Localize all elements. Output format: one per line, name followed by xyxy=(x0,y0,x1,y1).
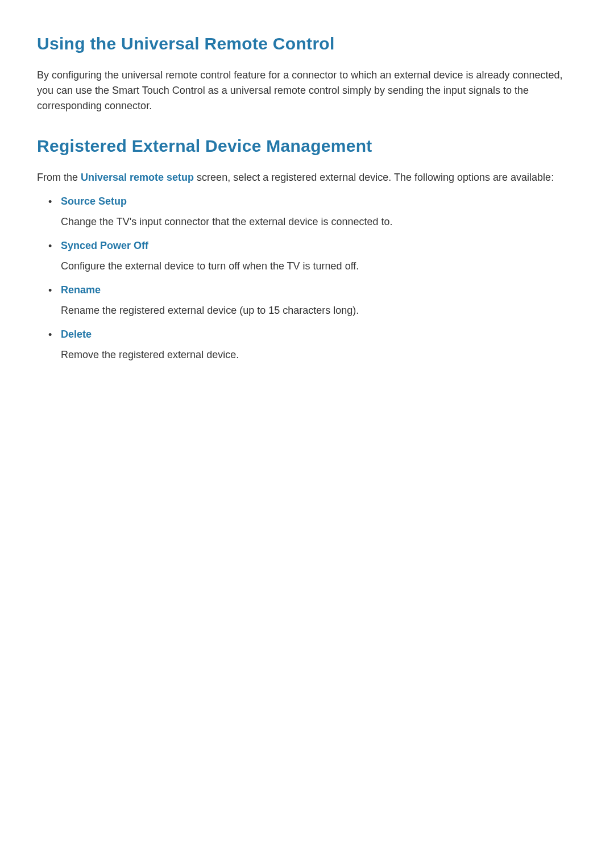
section2-intro: From the Universal remote setup screen, … xyxy=(37,170,580,185)
list-item: Rename Rename the registered external de… xyxy=(48,284,580,318)
section1-heading: Using the Universal Remote Control xyxy=(37,34,580,53)
option-list: Source Setup Change the TV's input conne… xyxy=(37,196,580,363)
option-title-source-setup: Source Setup xyxy=(61,196,580,207)
option-title-synced-power-off: Synced Power Off xyxy=(61,240,580,252)
intro-post: screen, select a registered external dev… xyxy=(194,172,554,183)
list-item: Synced Power Off Configure the external … xyxy=(48,240,580,274)
list-item: Source Setup Change the TV's input conne… xyxy=(48,196,580,230)
section2-heading: Registered External Device Management xyxy=(37,136,580,156)
option-title-delete: Delete xyxy=(61,329,580,340)
option-desc: Remove the registered external device. xyxy=(61,347,580,363)
intro-emph: Universal remote setup xyxy=(81,172,194,183)
option-desc: Rename the registered external device (u… xyxy=(61,303,580,318)
list-item: Delete Remove the registered external de… xyxy=(48,329,580,363)
section1-body: By configuring the universal remote cont… xyxy=(37,68,580,114)
option-title-rename: Rename xyxy=(61,284,580,296)
option-desc: Configure the external device to turn of… xyxy=(61,259,580,274)
section-registered-external-device-management: Registered External Device Management Fr… xyxy=(37,136,580,363)
section-using-universal-remote: Using the Universal Remote Control By co… xyxy=(37,34,580,114)
option-desc: Change the TV's input connector that the… xyxy=(61,214,580,230)
intro-pre: From the xyxy=(37,172,81,183)
